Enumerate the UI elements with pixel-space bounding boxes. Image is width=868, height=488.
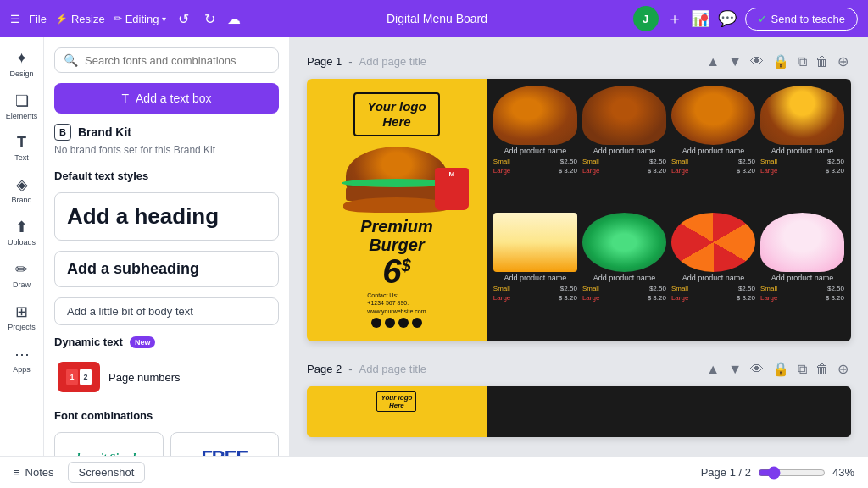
send-to-teacher-button[interactable]: ✓ Send to teache — [745, 8, 858, 30]
comments-button[interactable]: 💬 — [718, 9, 737, 28]
topbar-center: Digital Menu Board — [251, 12, 622, 25]
page-2-add-title[interactable]: Add page title — [359, 363, 427, 375]
menu-price-row-large-5: Large $ 3.20 — [493, 294, 577, 302]
food-image-6 — [582, 213, 666, 272]
editing-label: Editing — [125, 13, 159, 25]
menu-price-row-2: Small $2.50 — [582, 158, 666, 165]
page-numbers-preview: 1 2 — [58, 362, 100, 392]
canvas-area: Page 1 - Add page title ▲ ▼ 👁 🔒 ⧉ 🗑 ⊕ — [290, 37, 868, 456]
page-delete-button[interactable]: 🗑 — [813, 52, 832, 72]
subheading-style[interactable]: Add a subheading — [54, 251, 279, 287]
menu-item-1: Add product name Small $2.50 Large $ 3.2… — [493, 86, 577, 208]
food-image-4 — [760, 86, 844, 145]
main-layout: ✦ Design ❏ Elements T Text ◈ Brand ⬆ Upl… — [0, 37, 868, 456]
page2-down-button[interactable]: ▼ — [726, 359, 744, 380]
projects-icon: ⊞ — [15, 302, 28, 321]
project-title: Digital Menu Board — [387, 12, 487, 25]
sidebar-item-brand[interactable]: ◈ Brand — [3, 170, 42, 209]
menu-item-5: Add product name Small $2.50 Large $ 3.2… — [493, 213, 577, 335]
food-image-2 — [582, 86, 666, 145]
page2-lock-button[interactable]: 🔒 — [770, 358, 792, 380]
menu-item-6: Add product name Small $2.50 Large $ 3.2… — [582, 213, 666, 335]
page2-delete-button[interactable]: 🗑 — [813, 359, 832, 380]
resize-button[interactable]: ⚡ Resize — [55, 13, 105, 25]
menu-left-section: Your logo Here M PremiumBurge — [307, 79, 487, 341]
brand-icon: ◈ — [16, 175, 28, 194]
menu-item-name-2: Add product name — [593, 147, 656, 156]
lightning-icon: ⚡ — [55, 13, 68, 25]
twitter-icon — [398, 318, 409, 328]
pencil-icon: ✏ — [114, 13, 122, 25]
menu-item-3: Add product name Small $2.50 Large $ 3.2… — [671, 86, 755, 208]
font-combo-card-2[interactable]: FREE — [170, 432, 280, 456]
brand-kit-header[interactable]: B Brand Kit — [54, 124, 279, 141]
canvas-page-1[interactable]: Your logo Here M PremiumBurge — [307, 79, 851, 341]
font-combo-card-1[interactable]: keep it Simple — [54, 432, 164, 456]
page-eye-button[interactable]: 👁 — [748, 52, 766, 72]
menu-item-name-7: Add product name — [682, 274, 745, 283]
page2-eye-button[interactable]: 👁 — [748, 359, 766, 380]
menu-button[interactable]: ☰ — [10, 13, 20, 25]
uploads-icon: ⬆ — [15, 218, 28, 236]
page2-duplicate-button[interactable]: ⧉ — [795, 359, 810, 380]
zoom-level: 43% — [832, 466, 854, 479]
logo-line1: Your logo — [367, 99, 426, 114]
youtube-icon — [412, 318, 422, 328]
page-add-button[interactable]: ⊕ — [835, 51, 851, 72]
logo-line2: Here — [367, 114, 426, 130]
menu-price-row-large-7: Large $ 3.20 — [671, 294, 755, 302]
redo-button[interactable]: ↻ — [201, 8, 219, 30]
page2-add-button[interactable]: ⊕ — [835, 358, 851, 380]
avatar[interactable]: J — [633, 6, 659, 31]
subheading-text: Add a subheading — [67, 260, 199, 277]
page-duplicate-button[interactable]: ⧉ — [795, 52, 810, 72]
page-up-button[interactable]: ▲ — [704, 52, 722, 72]
page2-up-button[interactable]: ▲ — [704, 359, 722, 380]
sidebar-item-text[interactable]: T Text — [3, 129, 42, 167]
menu-right-section: Add product name Small $2.50 Large $ 3.2… — [487, 79, 851, 341]
food-image-5 — [493, 213, 577, 272]
page-numbers-item[interactable]: 1 2 Page numbers — [54, 358, 279, 396]
screenshot-button[interactable]: Screenshot — [68, 462, 146, 483]
resize-label: Resize — [71, 13, 105, 25]
add-text-label: Add a text box — [136, 92, 212, 105]
page-1-section: Page 1 - Add page title ▲ ▼ 👁 🔒 ⧉ 🗑 ⊕ — [307, 51, 851, 341]
body-style[interactable]: Add a little bit of body text — [54, 297, 279, 325]
food-image-1 — [493, 86, 577, 145]
undo-button[interactable]: ↺ — [175, 8, 192, 30]
editing-button[interactable]: ✏ Editing ▾ — [114, 13, 167, 25]
add-button[interactable]: ＋ — [667, 8, 682, 29]
search-input[interactable] — [85, 54, 270, 67]
menu-price-row-5: Small $2.50 — [493, 285, 577, 292]
contact-text: Contact Us:+1234 567 890:www.yourwebsite… — [367, 291, 426, 316]
burger-illustration: M — [342, 147, 452, 210]
sidebar-item-projects[interactable]: ⊞ Projects — [3, 297, 42, 336]
social-icons — [371, 318, 422, 328]
add-text-button[interactable]: T Add a text box — [54, 83, 279, 114]
sidebar-label-uploads: Uploads — [8, 238, 36, 247]
notes-icon: ≡ — [14, 466, 20, 479]
page-down-button[interactable]: ▼ — [726, 52, 744, 72]
notes-button[interactable]: ≡ Notes — [14, 466, 54, 479]
brand-kit-sub: No brand fonts set for this Brand Kit — [54, 144, 279, 156]
sidebar-item-draw[interactable]: ✏ Draw — [3, 255, 42, 294]
heading-style[interactable]: Add a heading — [54, 192, 279, 241]
sidebar-label-projects: Projects — [8, 323, 36, 331]
page-2-header: Page 2 - Add page title ▲ ▼ 👁 🔒 ⧉ 🗑 ⊕ — [307, 358, 851, 380]
canvas-page-2[interactable]: Your logoHere — [307, 386, 851, 437]
sidebar-item-apps[interactable]: ⋯ Apps — [3, 340, 42, 379]
price-small-1: Small — [493, 158, 510, 165]
file-button[interactable]: File — [29, 13, 47, 25]
page-lock-button[interactable]: 🔒 — [770, 51, 792, 72]
zoom-slider[interactable] — [758, 466, 826, 480]
premium-text: PremiumBurger — [360, 217, 433, 254]
draw-icon: ✏ — [15, 260, 28, 279]
sidebar-item-elements[interactable]: ❏ Elements — [3, 86, 42, 125]
menu-price-row-6: Small $2.50 — [582, 285, 666, 292]
send-label: Send to teache — [771, 13, 845, 25]
sidebar-item-uploads[interactable]: ⬆ Uploads — [3, 213, 42, 252]
menu-item-4: Add product name Small $2.50 Large $ 3.2… — [760, 86, 844, 208]
sidebar-item-design[interactable]: ✦ Design — [3, 44, 42, 83]
activity-btn-wrapper: 📊 — [691, 9, 709, 28]
page-1-add-title[interactable]: Add page title — [359, 55, 427, 68]
